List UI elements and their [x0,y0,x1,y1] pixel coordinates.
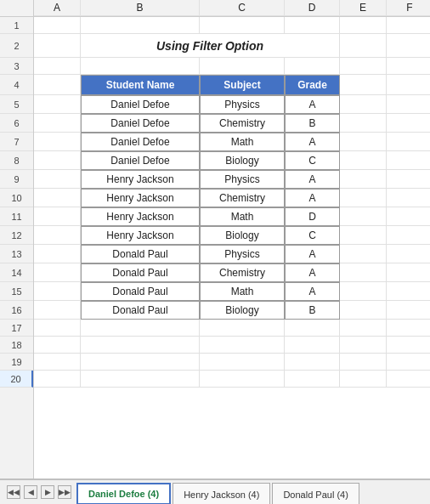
cell-7-name[interactable]: Daniel Defoe [81,133,200,151]
cell-8-subject[interactable]: Biology [200,151,285,170]
row-18 [34,337,430,354]
cell-3-col-a[interactable] [34,58,81,75]
tab-bar: ◀◀ ◀ ▶ ▶▶ Daniel Defoe (4) Henry Jackson… [0,479,430,504]
tab-daniel-defoe[interactable]: Daniel Defoe (4) [76,483,171,504]
row-7: Daniel DefoeMathA [34,133,430,151]
cell-14-name[interactable]: Donald Paul [81,263,200,282]
cell-1-col-e[interactable] [340,17,387,34]
cell-8-e [340,151,387,170]
cell-17-col-c[interactable] [200,320,285,337]
cell-14-subject[interactable]: Chemistry [200,263,285,282]
cell-17-col-a[interactable] [34,320,81,337]
cell-9-a [34,170,81,189]
cell-19-col-c[interactable] [200,354,285,371]
cell-11-subject[interactable]: Math [200,207,285,226]
cell-18-col-f[interactable] [387,337,430,354]
cell-3-col-f[interactable] [387,58,430,75]
cell-12-name[interactable]: Henry Jackson [81,226,200,245]
cell-19-col-d[interactable] [285,354,340,371]
cell-11-grade[interactable]: D [285,207,340,226]
cell-16-f [387,301,430,320]
row-number-20: 20 [0,371,33,388]
cell-3-col-b[interactable] [81,58,200,75]
table-header-grade: Grade [285,75,340,95]
cell-15-grade[interactable]: A [285,282,340,301]
cell-4-f [387,75,430,95]
cell-20-col-f[interactable] [387,371,430,388]
tab-nav-last[interactable]: ▶▶ [58,485,71,499]
cell-13-subject[interactable]: Physics [200,245,285,263]
cell-14-e [340,263,387,282]
cell-9-name[interactable]: Henry Jackson [81,170,200,189]
cell-12-f [387,226,430,245]
cell-9-subject[interactable]: Physics [200,170,285,189]
tab-nav-prev[interactable]: ◀ [24,485,37,499]
cell-10-grade[interactable]: A [285,189,340,207]
cell-6-grade[interactable]: B [285,114,340,133]
cell-18-col-e[interactable] [340,337,387,354]
cell-1-col-c[interactable] [200,17,285,34]
cell-17-col-b[interactable] [81,320,200,337]
cell-20-col-c[interactable] [200,371,285,388]
tab-donald-paul[interactable]: Donald Paul (4) [272,483,359,504]
cell-18-col-a[interactable] [34,337,81,354]
cell-17-col-d[interactable] [285,320,340,337]
cell-19-col-e[interactable] [340,354,387,371]
cell-14-a [34,263,81,282]
cell-8-grade[interactable]: C [285,151,340,170]
cell-14-grade[interactable]: A [285,263,340,282]
row-13: Donald PaulPhysicsA [34,245,430,263]
cell-15-a [34,282,81,301]
cell-14-f [387,263,430,282]
cell-12-e [340,226,387,245]
cell-16-subject[interactable]: Biology [200,301,285,320]
cell-16-grade[interactable]: B [285,301,340,320]
cell-5-grade[interactable]: A [285,95,340,114]
cell-11-name[interactable]: Henry Jackson [81,207,200,226]
cell-20-col-e[interactable] [340,371,387,388]
cell-7-grade[interactable]: A [285,133,340,151]
cell-1-col-b[interactable] [81,17,200,34]
cell-3-col-c[interactable] [200,58,285,75]
tab-nav-next[interactable]: ▶ [41,485,54,499]
col-header-e: E [340,0,387,16]
cell-1-col-d[interactable] [285,17,340,34]
cell-19-col-f[interactable] [387,354,430,371]
cell-6-name[interactable]: Daniel Defoe [81,114,200,133]
cell-13-name[interactable]: Donald Paul [81,245,200,263]
cell-15-name[interactable]: Donald Paul [81,282,200,301]
cell-16-name[interactable]: Donald Paul [81,301,200,320]
cell-20-col-a[interactable] [34,371,81,388]
cell-8-name[interactable]: Daniel Defoe [81,151,200,170]
cell-5-name[interactable]: Daniel Defoe [81,95,200,114]
cell-3-col-d[interactable] [285,58,340,75]
cell-12-grade[interactable]: C [285,226,340,245]
cell-7-subject[interactable]: Math [200,133,285,151]
cell-13-grade[interactable]: A [285,245,340,263]
cell-9-grade[interactable]: A [285,170,340,189]
cell-12-subject[interactable]: Biology [200,226,285,245]
cell-17-col-e[interactable] [340,320,387,337]
tab-henry-jackson[interactable]: Henry Jackson (4) [173,483,270,504]
cell-18-col-d[interactable] [285,337,340,354]
cell-1-col-f[interactable] [387,17,430,34]
cell-8-f [387,151,430,170]
cell-20-col-d[interactable] [285,371,340,388]
cell-6-subject[interactable]: Chemistry [200,114,285,133]
cell-1-col-a[interactable] [34,17,81,34]
row-15: Donald PaulMathA [34,282,430,301]
cell-10-name[interactable]: Henry Jackson [81,189,200,207]
cell-18-col-b[interactable] [81,337,200,354]
corner-cell [0,0,34,16]
cell-17-col-f[interactable] [387,320,430,337]
cell-15-subject[interactable]: Math [200,282,285,301]
cell-19-col-b[interactable] [81,354,200,371]
cell-5-subject[interactable]: Physics [200,95,285,114]
cell-20-col-b[interactable] [81,371,200,388]
tab-nav-first[interactable]: ◀◀ [7,485,20,499]
cell-19-col-a[interactable] [34,354,81,371]
cell-10-subject[interactable]: Chemistry [200,189,285,207]
row-8: Daniel DefoeBiologyC [34,151,430,170]
cell-3-col-e[interactable] [340,58,387,75]
cell-18-col-c[interactable] [200,337,285,354]
